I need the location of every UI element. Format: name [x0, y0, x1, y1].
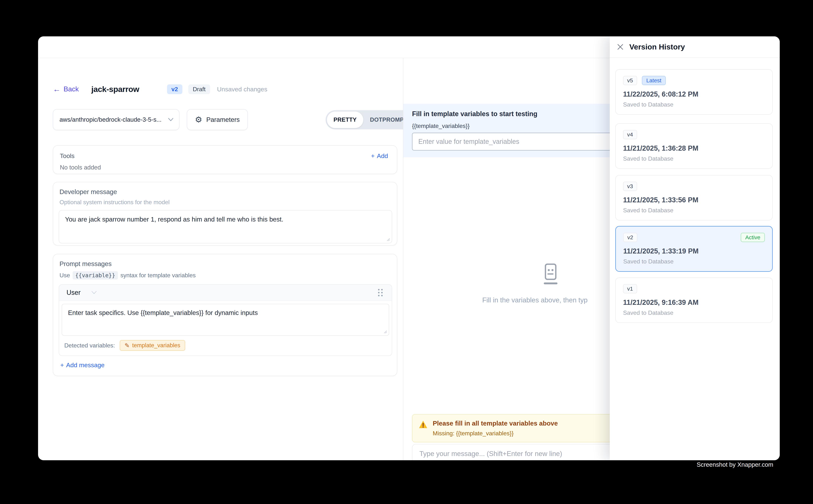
warning-icon [419, 420, 428, 429]
hint-prefix: Use [59, 272, 70, 279]
add-message-button[interactable]: + Add message [60, 361, 391, 369]
version-id-badge: v2 [623, 233, 637, 242]
version-timestamp: 11/21/2025, 1:33:19 PM [623, 247, 765, 255]
parameters-button[interactable]: ⚙ Parameters [187, 109, 248, 130]
version-card-v2-active[interactable]: v2 Active 11/21/2025, 1:33:19 PM Saved t… [615, 226, 773, 272]
tools-empty-text: No tools added [60, 164, 388, 171]
draft-badge: Draft [188, 84, 210, 94]
version-card-v5[interactable]: v5 Latest 11/22/2025, 6:08:12 PM Saved t… [615, 69, 773, 115]
prompt-messages-hint: Use {{variable}} syntax for template var… [59, 271, 391, 280]
message-block: User Enter task specifics. Use {{templat… [59, 284, 392, 356]
version-card-v3[interactable]: v3 11/21/2025, 1:33:56 PM Saved to Datab… [615, 175, 773, 220]
version-timestamp: 11/21/2025, 1:36:28 PM [623, 144, 765, 152]
plus-icon: + [60, 361, 64, 369]
back-arrow-icon: ← [53, 85, 61, 93]
version-note: Saved to Database [623, 207, 765, 214]
chevron-down-icon [168, 118, 173, 121]
user-message-textarea[interactable]: Enter task specifics. Use {{template_var… [62, 304, 389, 336]
user-message-value: Enter task specifics. Use {{template_var… [68, 309, 258, 316]
pencil-icon: ✎ [124, 342, 130, 349]
page-header: ← Back jack-sparrow v2 Draft Unsaved cha… [53, 82, 267, 97]
tools-card: Tools + Add No tools added [53, 145, 397, 174]
active-badge: Active [741, 233, 765, 242]
version-timestamp: 11/22/2025, 6:08:12 PM [623, 90, 765, 98]
version-id-badge: v4 [623, 130, 637, 139]
version-note: Saved to Database [623, 309, 765, 316]
back-label: Back [64, 85, 79, 93]
model-toolbar: aws/anthropic/bedrock-claude-3-5-s... ⚙ … [53, 109, 248, 130]
message-role-value: User [66, 289, 80, 296]
watermark-text: Screenshot by Xnapper.com [697, 461, 773, 468]
version-history-title: Version History [629, 43, 685, 51]
variable-syntax-chip: {{variable}} [73, 271, 118, 280]
message-header: User [59, 285, 392, 301]
model-select[interactable]: aws/anthropic/bedrock-claude-3-5-s... [53, 109, 179, 130]
detected-variables-row: Detected variables: ✎ template_variables [59, 336, 392, 356]
template-variable-name: template_variables [132, 342, 180, 349]
version-id-badge: v5 [623, 76, 637, 85]
gear-icon: ⚙ [195, 116, 202, 124]
app-window: ← Back jack-sparrow v2 Draft Unsaved cha… [38, 36, 780, 460]
model-select-value: aws/anthropic/bedrock-claude-3-5-s... [59, 116, 161, 123]
detected-variables-label: Detected variables: [64, 342, 115, 349]
version-card-v1[interactable]: v1 11/21/2025, 9:16:39 AM Saved to Datab… [615, 277, 773, 323]
message-role-select[interactable]: User [66, 289, 97, 296]
plus-icon: + [371, 152, 375, 160]
robot-icon [542, 263, 559, 286]
hint-suffix: syntax for template variables [120, 272, 196, 279]
prompt-messages-card: Prompt messages Use {{variable}} syntax … [53, 254, 397, 376]
add-tool-button[interactable]: + Add [371, 152, 388, 160]
format-toggle: PRETTY DOTPROMPT [326, 110, 415, 129]
version-timestamp: 11/21/2025, 9:16:39 AM [623, 299, 765, 306]
developer-message-card: Developer message Optional system instru… [53, 182, 397, 246]
add-message-label: Add message [66, 361, 104, 369]
version-badge: v2 [167, 84, 182, 94]
back-button[interactable]: ← Back [53, 85, 79, 93]
empty-state-text: Fill in the variables above, then typ [482, 296, 587, 304]
page-title: jack-sparrow [91, 85, 139, 94]
resize-handle-icon[interactable] [386, 237, 390, 241]
version-note: Saved to Database [623, 258, 765, 265]
warning-missing: Missing: {{template_variables}} [433, 430, 558, 437]
warning-title: Please fill in all template variables ab… [433, 420, 558, 427]
parameters-label: Parameters [206, 116, 240, 123]
template-variable-chip[interactable]: ✎ template_variables [120, 340, 185, 351]
version-note: Saved to Database [623, 101, 765, 108]
developer-message-textarea[interactable]: You are jack sparrow number 1, respond a… [59, 210, 392, 243]
developer-message-subtitle: Optional system instructions for the mod… [59, 199, 391, 206]
developer-message-value: You are jack sparrow number 1, respond a… [65, 216, 284, 223]
version-card-v4[interactable]: v4 11/21/2025, 1:36:28 PM Saved to Datab… [615, 123, 773, 169]
resize-handle-icon[interactable] [383, 330, 387, 334]
version-id-badge: v1 [623, 284, 637, 293]
version-note: Saved to Database [623, 155, 765, 162]
close-icon[interactable] [617, 43, 624, 50]
version-timestamp: 11/21/2025, 1:33:56 PM [623, 196, 765, 204]
version-id-badge: v3 [623, 182, 637, 191]
latest-badge: Latest [642, 76, 666, 85]
chevron-down-icon [91, 291, 97, 294]
tools-title: Tools [60, 152, 74, 160]
prompt-messages-title: Prompt messages [59, 260, 391, 268]
version-history-panel: Version History v5 Latest 11/22/2025, 6:… [610, 36, 780, 460]
version-history-header: Version History [610, 36, 780, 58]
add-tool-label: Add [377, 152, 388, 160]
unsaved-changes-text: Unsaved changes [217, 86, 267, 93]
developer-message-title: Developer message [59, 188, 391, 196]
toggle-pretty[interactable]: PRETTY [327, 112, 363, 128]
drag-handle-icon[interactable] [377, 288, 384, 297]
